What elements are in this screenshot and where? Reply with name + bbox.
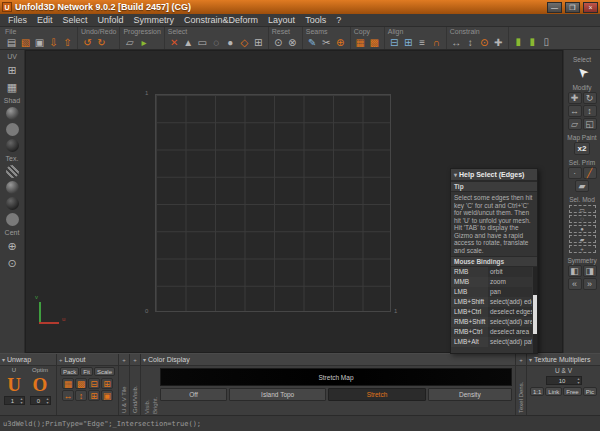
island-select-icon[interactable]: ◇ xyxy=(238,36,251,49)
progression-icon[interactable]: ▱ xyxy=(123,36,136,49)
constrain-vertical-icon[interactable]: ↕ xyxy=(464,36,477,49)
stepper-down-icon[interactable]: ▾ xyxy=(20,401,22,405)
menu-select[interactable]: Select xyxy=(58,15,93,25)
unwrap-header[interactable]: ▾ Unwrap xyxy=(0,354,56,366)
minimize-button[interactable]: — xyxy=(547,2,562,13)
open-folder-icon[interactable]: ▧ xyxy=(19,36,32,49)
layout-header[interactable]: + Layout xyxy=(57,354,118,366)
texture-sphere-icon[interactable] xyxy=(6,181,19,194)
menu-help[interactable]: ? xyxy=(331,15,346,25)
progression-play-icon[interactable]: ▸ xyxy=(137,36,150,49)
scale-button[interactable]: Scale xyxy=(94,367,115,376)
center-pivot-icon[interactable]: ⊕ xyxy=(5,239,20,253)
stepper-arrows[interactable]: ▴ ▾ xyxy=(46,397,49,405)
magnet-icon[interactable]: ∩ xyxy=(430,36,443,49)
selmod-lasso-icon[interactable]: ◌ xyxy=(569,215,596,223)
select-arrow-icon[interactable]: ▲ xyxy=(182,36,195,49)
scale-vertical-icon[interactable]: ↕ xyxy=(583,105,597,117)
unfold-button[interactable]: U xyxy=(7,374,21,396)
view-column-a-icon[interactable]: ▮ xyxy=(512,35,525,48)
vertex-mode-icon[interactable]: ∙ xyxy=(568,167,582,179)
selmod-brush-icon[interactable]: ● xyxy=(569,225,596,233)
grid-visib-strip-header[interactable]: + xyxy=(130,354,140,366)
selmod-rectangle-icon[interactable]: ▭ xyxy=(569,205,596,213)
optimize-button[interactable]: O xyxy=(33,374,48,396)
polygon-mode-icon[interactable]: ▰ xyxy=(575,180,589,192)
distribute-icon[interactable]: ≡ xyxy=(416,36,429,49)
close-button[interactable]: × xyxy=(583,2,598,13)
mode-stretch-button[interactable]: Stretch xyxy=(328,388,425,401)
selmod-fill-icon[interactable]: ▰ xyxy=(569,235,596,243)
brush-select-icon[interactable]: ● xyxy=(224,36,237,49)
pin-icon[interactable]: ⊙ xyxy=(478,36,491,49)
help-panel-header[interactable]: ▾ Help Select (Edges) xyxy=(451,169,537,181)
reset-all-icon[interactable]: ⊗ xyxy=(286,36,299,49)
selmod-grow-icon[interactable]: + xyxy=(569,245,596,253)
constrain-axis-icon[interactable]: ✚ xyxy=(492,36,505,49)
center-origin-icon[interactable]: ⊙ xyxy=(5,256,20,270)
rectangle-select-icon[interactable]: ▭ xyxy=(196,36,209,49)
grid-select-icon[interactable]: ⊞ xyxy=(252,36,265,49)
cursor-select-icon[interactable]: ➤ xyxy=(573,63,591,81)
expand-icon[interactable]: + xyxy=(122,357,126,363)
pack-button[interactable]: Pack xyxy=(60,367,79,376)
texel-density-strip-header[interactable]: + xyxy=(516,354,526,366)
edge-mode-icon[interactable]: ╱ xyxy=(583,167,597,179)
symmetry-v-icon[interactable]: ◨ xyxy=(583,265,597,277)
undo-icon[interactable]: ↺ xyxy=(81,36,94,49)
constrain-horizontal-icon[interactable]: ↔ xyxy=(450,36,463,49)
ratio-button[interactable]: 1:1 xyxy=(530,387,544,396)
menu-unfold[interactable]: Unfold xyxy=(93,15,129,25)
lasso-select-icon[interactable]: ◌ xyxy=(210,36,223,49)
redo-icon[interactable]: ↻ xyxy=(95,36,108,49)
maximize-button[interactable]: ❐ xyxy=(565,2,580,13)
paste-uv-icon[interactable]: ▩ xyxy=(368,36,381,49)
menu-edit[interactable]: Edit xyxy=(32,15,58,25)
multiplier-value-stepper[interactable]: 10 ▴ ▾ xyxy=(546,376,582,385)
optimize-iterations-stepper[interactable]: 0 ▴ ▾ xyxy=(30,396,51,405)
collapse-icon[interactable]: ▾ xyxy=(529,356,532,363)
collapse-icon[interactable]: ▾ xyxy=(2,356,5,363)
pen-icon[interactable]: ✎ xyxy=(306,36,319,49)
free-button[interactable]: Free xyxy=(563,387,581,396)
distribute-islands-icon[interactable]: ⊞ xyxy=(88,390,100,401)
mode-island-topo-button[interactable]: Island Topo xyxy=(229,388,326,401)
shaded-sphere-icon[interactable] xyxy=(6,107,19,120)
pic-button[interactable]: Pic xyxy=(583,387,597,396)
fit-button[interactable]: Fit xyxy=(80,367,93,376)
menu-symmetry[interactable]: Symmetry xyxy=(129,15,180,25)
fit-width-icon[interactable]: ⊟ xyxy=(88,378,100,389)
dark-texture-icon[interactable] xyxy=(6,197,19,210)
unfold-iterations-stepper[interactable]: 1 ▴ ▾ xyxy=(4,396,25,405)
move-icon[interactable]: ✚ xyxy=(568,92,582,104)
mode-density-button[interactable]: Density xyxy=(428,388,512,401)
uv-checker-icon[interactable]: ▦ xyxy=(5,80,20,94)
uv-tile-strip-header[interactable]: + xyxy=(119,354,129,366)
copy-uv-icon[interactable]: ▦ xyxy=(354,36,367,49)
help-scrollbar[interactable] xyxy=(533,267,537,353)
collapse-icon[interactable]: ▾ xyxy=(143,356,146,363)
view-column-b-icon[interactable]: ▮ xyxy=(526,35,539,48)
dark-shading-icon[interactable] xyxy=(6,139,19,152)
fit-height-icon[interactable]: ⊞ xyxy=(101,378,113,389)
reset-uv-icon[interactable]: ⊙ xyxy=(272,36,285,49)
clear-selection-icon[interactable]: ✕ xyxy=(168,36,181,49)
weld-icon[interactable]: ⊕ xyxy=(334,36,347,49)
link-button[interactable]: Link xyxy=(545,387,562,396)
expand-icon[interactable]: + xyxy=(133,357,137,363)
help-scrollbar-thumb[interactable] xyxy=(533,295,537,335)
stack-islands-icon[interactable]: ▣ xyxy=(101,390,113,401)
menu-constrain-deform[interactable]: Constrain&Deform xyxy=(179,15,263,25)
stepper-down-icon[interactable]: ▾ xyxy=(46,401,48,405)
map-paint-x2-icon[interactable]: x2 xyxy=(574,142,591,155)
texture-multipliers-header[interactable]: ▾ Texture Multipliers xyxy=(527,354,600,366)
menu-layout[interactable]: Layout xyxy=(263,15,300,25)
new-file-icon[interactable]: ▤ xyxy=(5,36,18,49)
free-transform-icon[interactable]: ▱ xyxy=(568,118,582,130)
symmetry-u-icon[interactable]: ◧ xyxy=(568,265,582,277)
cut-icon[interactable]: ✂ xyxy=(320,36,333,49)
last-icon[interactable]: » xyxy=(583,278,597,290)
flat-shading-icon[interactable] xyxy=(6,123,19,136)
expand-icon[interactable]: + xyxy=(519,357,523,363)
stepper-arrows[interactable]: ▴ ▾ xyxy=(577,377,580,385)
